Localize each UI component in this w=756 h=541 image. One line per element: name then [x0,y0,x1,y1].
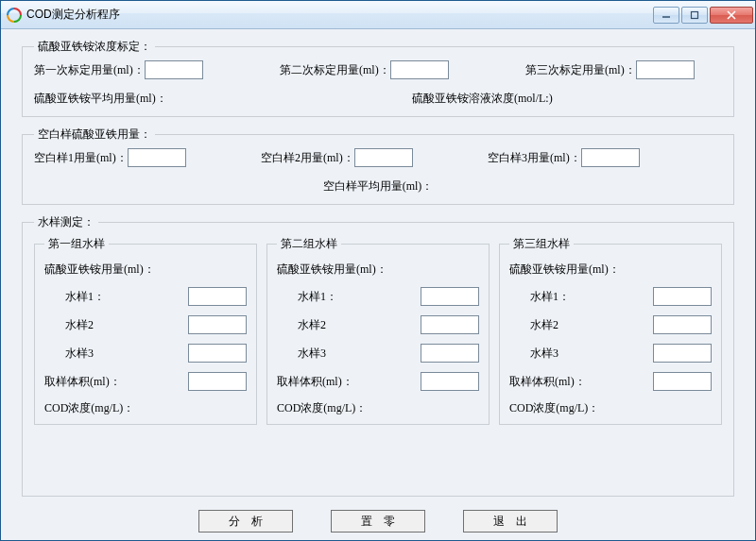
sample-group-1: 第一组水样 硫酸亚铁铵用量(ml)： 水样1： 水样2 水样3 取样体积(ml)… [34,236,257,425]
samples-legend: 水样测定： [34,214,98,230]
svg-rect-1 [692,11,698,18]
app-icon [7,8,22,23]
g1-vol-label: 取样体积(ml)： [44,374,188,390]
sample-group-1-legend: 第一组水样 [44,236,109,252]
calibration-legend: 硫酸亚铁铵浓度标定： [34,39,155,55]
sample-group-2: 第二组水样 硫酸亚铁铵用量(ml)： 水样1： 水样2 水样3 取样体积(ml)… [266,236,490,425]
g2-s1-label: 水样1： [298,289,421,305]
g3-s1-label: 水样1： [530,289,653,305]
g1-s1-input[interactable] [188,287,247,306]
blank-group: 空白样硫酸亚铁用量： 空白样1用量(ml)： 空白样2用量(ml)： 空白样3用… [22,127,734,205]
g2-vol-input[interactable] [421,372,479,391]
g1-usage-label: 硫酸亚铁铵用量(ml)： [44,262,247,278]
g3-vol-label: 取样体积(ml)： [509,374,653,390]
g2-vol-label: 取样体积(ml)： [277,374,421,390]
sample-group-2-legend: 第二组水样 [277,236,341,252]
g2-s2-input[interactable] [421,315,479,334]
g3-vol-input[interactable] [653,372,712,391]
g3-s2-input[interactable] [653,315,712,334]
g1-s3-input[interactable] [188,344,247,363]
cal-conc-label: 硫酸亚铁铵溶液浓度(mol/L:) [412,91,553,107]
footer-buttons: 分析 置零 退出 [22,510,734,533]
g1-s1-label: 水样1： [65,289,188,305]
g1-s2-label: 水样2 [65,317,188,333]
minimize-button[interactable] [653,7,679,24]
g1-cod-label: COD浓度(mg/L)： [44,400,247,416]
g1-vol-input[interactable] [188,372,247,391]
exit-button[interactable]: 退出 [463,510,558,533]
calibration-group: 硫酸亚铁铵浓度标定： 第一次标定用量(ml)： 第二次标定用量(ml)： 第三次… [22,39,734,117]
g3-s3-input[interactable] [653,344,712,363]
blank2-label: 空白样2用量(ml)： [261,150,354,166]
client-area: 硫酸亚铁铵浓度标定： 第一次标定用量(ml)： 第二次标定用量(ml)： 第三次… [1,29,755,540]
cal-second-input[interactable] [390,60,449,79]
g3-s2-label: 水样2 [530,317,653,333]
maximize-button[interactable] [681,7,708,24]
g1-s3-label: 水样3 [65,346,188,362]
g2-usage-label: 硫酸亚铁铵用量(ml)： [277,262,479,278]
g2-s3-label: 水样3 [298,346,421,362]
blank-legend: 空白样硫酸亚铁用量： [34,127,155,143]
samples-group: 水样测定： 第一组水样 硫酸亚铁铵用量(ml)： 水样1： 水样2 水样3 取样… [22,214,734,497]
blank2-input[interactable] [354,148,413,167]
g3-cod-label: COD浓度(mg/L)： [509,400,712,416]
blank1-label: 空白样1用量(ml)： [34,150,128,166]
g2-s2-label: 水样2 [298,317,421,333]
blank1-input[interactable] [128,148,186,167]
cal-avg-label: 硫酸亚铁铵平均用量(ml)： [34,91,167,107]
g2-s1-input[interactable] [421,287,479,306]
cal-first-input[interactable] [145,60,203,79]
app-window: COD测定分析程序 硫酸亚铁铵浓度标定： 第一次标定用量(ml)： [0,0,756,541]
blank-avg-label: 空白样平均用量(ml)： [323,178,434,194]
sample-group-3-legend: 第三组水样 [509,236,574,252]
cal-third-input[interactable] [636,60,695,79]
window-title: COD测定分析程序 [26,7,653,23]
analyze-button[interactable]: 分析 [198,510,293,533]
g3-s3-label: 水样3 [530,346,653,362]
g1-s2-input[interactable] [188,315,247,334]
cal-second-label: 第二次标定用量(ml)： [280,62,390,78]
close-button[interactable] [710,7,753,24]
g2-s3-input[interactable] [421,344,479,363]
window-controls [653,7,753,24]
g2-cod-label: COD浓度(mg/L)： [277,400,479,416]
g3-usage-label: 硫酸亚铁铵用量(ml)： [509,262,712,278]
cal-first-label: 第一次标定用量(ml)： [34,62,145,78]
blank3-input[interactable] [581,148,640,167]
reset-button[interactable]: 置零 [331,510,425,533]
titlebar[interactable]: COD测定分析程序 [1,1,755,29]
cal-third-label: 第三次标定用量(ml)： [525,62,636,78]
sample-group-3: 第三组水样 硫酸亚铁铵用量(ml)： 水样1： 水样2 水样3 取样体积(ml)… [499,236,722,425]
blank3-label: 空白样3用量(ml)： [488,150,581,166]
g3-s1-input[interactable] [653,287,712,306]
